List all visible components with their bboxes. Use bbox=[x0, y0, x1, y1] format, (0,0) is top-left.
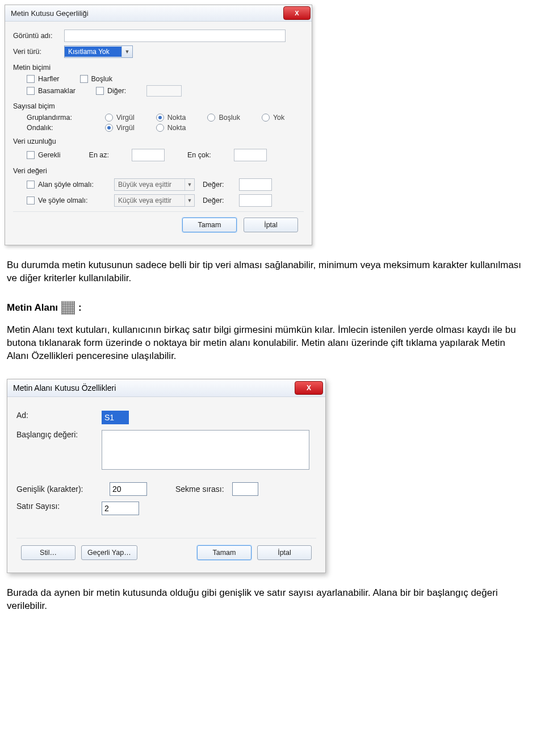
checkbox-icon bbox=[27, 181, 35, 189]
en-cok-label: En çok: bbox=[187, 151, 211, 159]
rad-grup-yok[interactable]: Yok bbox=[262, 114, 284, 122]
tamam-button[interactable]: Tamam bbox=[182, 218, 237, 232]
dialog2-button-row: Stil… Geçerli Yap… Tamam İptal bbox=[16, 538, 316, 566]
goruntu-adi-label: Görüntü adı: bbox=[13, 32, 64, 40]
en-cok-input[interactable] bbox=[234, 149, 267, 161]
radio-icon bbox=[105, 124, 113, 132]
heading-colon: : bbox=[78, 302, 82, 314]
ondalik-label: Ondalık: bbox=[27, 124, 83, 132]
rad-label: Virgül bbox=[116, 114, 135, 122]
deger-input-1[interactable] bbox=[239, 178, 272, 191]
baslangic-label: Başlangıç değeri: bbox=[16, 430, 102, 439]
gruplandirma-label: Gruplandırma: bbox=[27, 114, 83, 122]
gecerli-yap-button[interactable]: Geçerli Yap… bbox=[81, 545, 137, 560]
chk-alan-soyle-label: Alan şöyle olmalı: bbox=[38, 181, 94, 189]
ve-soyle-value: Küçük veya eşittir bbox=[115, 197, 185, 204]
iptal-button[interactable]: İptal bbox=[257, 545, 312, 560]
dialog1-button-row: Tamam İptal bbox=[13, 211, 304, 239]
metin-bicimi-header: Metin biçimi bbox=[13, 64, 304, 72]
alan-soyle-value: Büyük veya eşittir bbox=[115, 181, 185, 189]
tamam-button[interactable]: Tamam bbox=[197, 545, 251, 560]
radio-icon bbox=[156, 114, 164, 122]
checkbox-icon bbox=[27, 87, 35, 95]
text-box-validity-dialog: Metin Kutusu Geçerliliği X Görüntü adı: … bbox=[5, 5, 312, 245]
chk-bosluk-label: Boşluk bbox=[91, 75, 113, 83]
rad-label: Nokta bbox=[167, 124, 186, 132]
radio-icon bbox=[105, 114, 113, 122]
checkbox-icon bbox=[96, 87, 104, 95]
titlebar: Metin Alanı Kutusu Özellikleri X bbox=[7, 379, 325, 397]
chk-basamaklar-label: Basamaklar bbox=[38, 87, 76, 95]
rad-label: Yok bbox=[273, 114, 284, 122]
chk-harfler-label: Harfler bbox=[38, 75, 60, 83]
veri-uzunlugu-header: Veri uzunluğu bbox=[13, 137, 304, 145]
chk-alan-soyle[interactable]: Alan şöyle olmalı: bbox=[27, 181, 106, 189]
ad-input[interactable]: S1 bbox=[102, 411, 129, 424]
chk-gerekli[interactable]: Gerekli bbox=[27, 151, 61, 159]
chk-ve-soyle-label: Ve şöyle olmalı: bbox=[38, 197, 88, 204]
paragraph-1: Bu durumda metin kutusunun sadece belli … bbox=[7, 259, 529, 285]
satir-input[interactable] bbox=[102, 502, 139, 515]
heading-text: Metin Alanı bbox=[7, 302, 58, 314]
dialog-body: Görüntü adı: Veri türü: Kısıtlama Yok ▼ … bbox=[5, 22, 312, 245]
sayisal-bicim-header: Sayısal biçim bbox=[13, 102, 304, 110]
genislik-input[interactable] bbox=[110, 482, 147, 496]
en-az-input[interactable] bbox=[132, 149, 165, 161]
rad-label: Boşluk bbox=[219, 114, 240, 122]
close-icon: X bbox=[307, 384, 311, 392]
dialog-title: Metin Kutusu Geçerliliği bbox=[11, 9, 89, 18]
chk-harfler[interactable]: Harfler bbox=[27, 75, 60, 83]
checkbox-icon bbox=[27, 75, 35, 83]
chk-ve-soyle[interactable]: Ve şöyle olmalı: bbox=[27, 197, 106, 204]
en-az-label: En az: bbox=[89, 151, 109, 159]
chk-diger[interactable]: Diğer: bbox=[96, 87, 126, 95]
dialog-body: Ad: S1 Başlangıç değeri: Genişlik (karak… bbox=[7, 397, 325, 573]
close-button[interactable]: X bbox=[283, 6, 311, 20]
chk-basamaklar[interactable]: Basamaklar bbox=[27, 87, 76, 95]
titlebar: Metin Kutusu Geçerliliği X bbox=[5, 5, 312, 22]
sekme-input[interactable] bbox=[232, 482, 258, 496]
rad-grup-virgul[interactable]: Virgül bbox=[105, 114, 135, 122]
deger-label-2: Değer: bbox=[203, 197, 231, 204]
ad-label: Ad: bbox=[16, 411, 102, 420]
veri-turu-value: Kısıtlama Yok bbox=[65, 47, 121, 57]
rad-grup-bosluk[interactable]: Boşluk bbox=[207, 114, 240, 122]
baslangic-textarea[interactable] bbox=[102, 430, 309, 470]
satir-label: Satır Sayısı: bbox=[16, 502, 102, 511]
checkbox-icon bbox=[80, 75, 88, 83]
rad-label: Virgül bbox=[116, 124, 135, 132]
deger-input-2[interactable] bbox=[239, 194, 272, 207]
ve-soyle-combo[interactable]: Küçük veya eşittir ▼ bbox=[114, 194, 195, 207]
veri-turu-combo[interactable]: Kısıtlama Yok ▼ bbox=[64, 45, 133, 58]
checkbox-icon bbox=[27, 151, 35, 159]
chk-gerekli-label: Gerekli bbox=[38, 151, 61, 159]
text-area-tool-icon bbox=[61, 301, 75, 315]
chk-bosluk[interactable]: Boşluk bbox=[80, 75, 113, 83]
metin-alani-heading: Metin Alanı : bbox=[7, 301, 531, 315]
genislik-label: Genişlik (karakter): bbox=[16, 484, 102, 494]
deger-label-1: Değer: bbox=[203, 181, 231, 189]
radio-icon bbox=[207, 114, 215, 122]
stil-button[interactable]: Stil… bbox=[21, 545, 76, 560]
chevron-down-icon: ▼ bbox=[185, 179, 194, 190]
goruntu-adi-input[interactable] bbox=[64, 30, 286, 42]
diger-input[interactable] bbox=[146, 85, 182, 97]
paragraph-3: Burada da aynen bir metin kutusunda oldu… bbox=[7, 587, 529, 613]
rad-label: Nokta bbox=[167, 114, 186, 122]
rad-grup-nokta[interactable]: Nokta bbox=[156, 114, 186, 122]
rad-ondalik-nokta[interactable]: Nokta bbox=[156, 124, 186, 132]
checkbox-icon bbox=[27, 197, 35, 204]
paragraph-2: Metin Alanı text kutuları, kullanıcının … bbox=[7, 324, 529, 363]
radio-icon bbox=[262, 114, 270, 122]
dialog-title: Metin Alanı Kutusu Özellikleri bbox=[13, 383, 116, 392]
chk-diger-label: Diğer: bbox=[107, 87, 126, 95]
close-button[interactable]: X bbox=[295, 381, 323, 395]
radio-icon bbox=[156, 124, 164, 132]
veri-turu-label: Veri türü: bbox=[13, 48, 64, 56]
alan-soyle-combo[interactable]: Büyük veya eşittir ▼ bbox=[114, 178, 195, 191]
chevron-down-icon: ▼ bbox=[185, 195, 194, 206]
iptal-button[interactable]: İptal bbox=[244, 218, 298, 232]
text-area-properties-dialog: Metin Alanı Kutusu Özellikleri X Ad: S1 … bbox=[7, 379, 326, 573]
chevron-down-icon: ▼ bbox=[121, 46, 132, 57]
rad-ondalik-virgul[interactable]: Virgül bbox=[105, 124, 135, 132]
